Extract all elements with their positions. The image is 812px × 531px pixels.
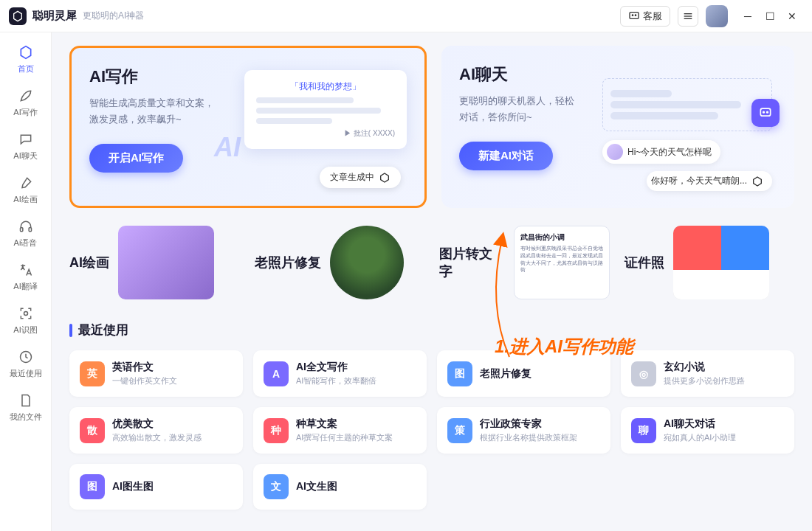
write-preview-window: 「我和我的梦想」 ▶ 批注( XXXX) (244, 70, 407, 149)
new-ai-chat-button[interactable]: 新建AI对话 (459, 142, 553, 170)
sidebar-item-vision[interactable]: AI识图 (4, 299, 48, 341)
hero-chat-desc: 更聪明的聊天机器人，轻松 对话，答你所问~ (459, 93, 574, 125)
headphone-icon (18, 218, 34, 235)
recent-card[interactable]: 散优美散文高效输出散文，激发灵感 (69, 407, 243, 454)
recent-sub: 一键创作英文作文 (112, 375, 177, 386)
svg-point-10 (24, 312, 27, 316)
user-avatar[interactable] (706, 5, 728, 27)
sidebar-label: AI识图 (13, 324, 37, 336)
preview-title: 「我和我的梦想」 (256, 80, 395, 93)
recent-grid: 英英语作文一键创作英文作文AAI全文写作AI智能写作，效率翻倍图老照片修复◎玄幻… (69, 350, 794, 510)
recent-name: 老照片修复 (480, 367, 531, 381)
titlebar: 聪明灵犀 更聪明的AI神器 客服 ─ ☐ ✕ (0, 0, 812, 32)
recent-icon: 文 (264, 474, 289, 499)
maximize-button[interactable]: ☐ (759, 5, 781, 27)
svg-rect-8 (20, 228, 22, 232)
tile-id-photo[interactable]: 证件照 (625, 226, 795, 299)
clock-icon (18, 349, 34, 365)
tile-ocr[interactable]: 图片转文字 武昌街的小调 有时候到重庆晚跟采书总会不自觉地跟武昌街却去走一回，最… (439, 226, 610, 299)
support-button[interactable]: 客服 (620, 6, 670, 27)
tile-thumb-idphoto (673, 226, 769, 299)
recent-name: AI文生图 (296, 480, 337, 493)
hero-chat-title: AI聊天 (459, 63, 574, 86)
recent-icon: 图 (447, 361, 472, 386)
recent-name: 种草文案 (296, 417, 393, 431)
ai-badge: AI (214, 132, 241, 163)
app-logo (9, 7, 27, 25)
svg-marker-13 (754, 177, 762, 186)
svg-rect-1 (630, 12, 639, 18)
recent-name: AI全文写作 (296, 361, 376, 374)
recent-icon: 聊 (631, 418, 656, 443)
hero-write-desc: 智能生成高质量文章和文案， 激发灵感，效率飙升~ (89, 95, 214, 128)
sidebar-item-paint[interactable]: AI绘画 (4, 169, 48, 211)
sidebar-item-recent[interactable]: 最近使用 (4, 343, 48, 385)
svg-marker-12 (381, 173, 389, 182)
sidebar-item-translate[interactable]: AI翻译 (4, 256, 48, 298)
sidebar-item-home[interactable]: 首页 (4, 38, 48, 80)
feather-icon (18, 88, 34, 104)
recent-card[interactable]: 图AI图生图 (69, 464, 243, 510)
recent-name: AI图生图 (112, 480, 154, 493)
tile-title: AI绘画 (69, 254, 109, 271)
chat-bubble-ai: 你好呀，今天天气晴朗... (647, 171, 772, 191)
start-ai-write-button[interactable]: 开启AI写作 (89, 144, 183, 173)
sidebar-item-files[interactable]: 我的文件 (4, 386, 48, 428)
recent-card[interactable]: 图老照片修复 (437, 350, 610, 397)
recent-name: 玄幻小说 (664, 361, 745, 374)
recent-card[interactable]: 策行业政策专家根据行业名称提供政策框架 (437, 407, 610, 454)
sidebar-label: AI绘画 (13, 194, 37, 205)
tile-title: 图片转文字 (439, 245, 505, 280)
recent-card[interactable]: 英英语作文一键创作英文作文 (69, 350, 243, 397)
recent-icon: A (264, 361, 289, 386)
sidebar-item-write[interactable]: AI写作 (4, 82, 48, 124)
tile-photo-restore[interactable]: 老照片修复 (255, 226, 425, 299)
recent-card[interactable]: 文AI文生图 (253, 464, 427, 510)
recent-icon: ◎ (631, 361, 656, 386)
hero-card-write[interactable]: AI写作 智能生成高质量文章和文案， 激发灵感，效率飙升~ 开启AI写作 AI … (69, 46, 427, 208)
hero-card-chat[interactable]: AI聊天 更聪明的聊天机器人，轻松 对话，答你所问~ 新建AI对话 Hi~今 (441, 46, 794, 208)
hex-icon (379, 172, 390, 184)
svg-rect-14 (760, 108, 770, 116)
recent-icon: 英 (80, 361, 105, 386)
tile-thumb-paint (118, 226, 214, 299)
recent-icon: 散 (80, 418, 105, 443)
app-name: 聪明灵犀 (32, 9, 77, 23)
recent-sub: 高效输出散文，激发灵感 (112, 432, 202, 443)
recent-sub: 宛如真人的AI小助理 (664, 432, 736, 443)
minimize-button[interactable]: ─ (737, 5, 759, 27)
tile-thumb-photo (330, 226, 404, 299)
tile-title: 老照片修复 (255, 254, 321, 271)
recent-name: 英语作文 (112, 361, 177, 374)
chat-fab-icon (751, 99, 780, 127)
hero-write-title: AI写作 (89, 66, 214, 88)
hex-icon (751, 176, 763, 187)
close-button[interactable]: ✕ (781, 5, 803, 27)
hamburger-icon (682, 10, 694, 22)
brush-icon (18, 175, 34, 191)
sidebar-item-chat[interactable]: AI聊天 (4, 125, 48, 167)
hamburger-button[interactable] (678, 6, 698, 27)
preview-note: ▶ 批注( XXXX) (256, 128, 395, 139)
sidebar-label: AI聊天 (13, 150, 37, 162)
sidebar: 首页 AI写作 AI聊天 AI绘画 Ai语音 AI翻译 AI识图 最近使用 (0, 32, 52, 531)
recent-card[interactable]: 种种草文案AI撰写任何主题的种草文案 (253, 407, 427, 454)
recent-sub: AI智能写作，效率翻倍 (296, 375, 376, 386)
tile-ai-paint[interactable]: AI绘画 (69, 226, 240, 299)
recent-card[interactable]: AAI全文写作AI智能写作，效率翻倍 (253, 350, 427, 397)
chat-icon (628, 10, 640, 22)
svg-rect-9 (29, 228, 31, 232)
svg-point-3 (635, 15, 636, 15)
sidebar-item-voice[interactable]: Ai语音 (4, 212, 48, 254)
recent-card[interactable]: 聊AI聊天对话宛如真人的AI小助理 (621, 407, 794, 454)
recent-icon: 图 (80, 474, 105, 499)
generating-pill: 文章生成中 (320, 167, 401, 188)
recent-icon: 种 (264, 418, 289, 443)
recent-icon: 策 (447, 418, 472, 443)
recent-name: AI聊天对话 (664, 417, 736, 431)
recent-card[interactable]: ◎玄幻小说提供更多小说创作思路 (621, 350, 794, 397)
chat-preview: Hi~今天的天气怎样呢 你好呀，今天天气晴朗... (602, 78, 772, 198)
tile-thumb-ocr: 武昌街的小调 有时候到重庆晚跟采书总会不自觉地跟武昌街却去走一回，最近发现武昌街… (514, 226, 610, 299)
feature-tiles: AI绘画 老照片修复 图片转文字 武昌街的小调 有时候到重庆晚跟采书总会不自觉地… (69, 226, 794, 299)
support-label: 客服 (643, 10, 662, 23)
